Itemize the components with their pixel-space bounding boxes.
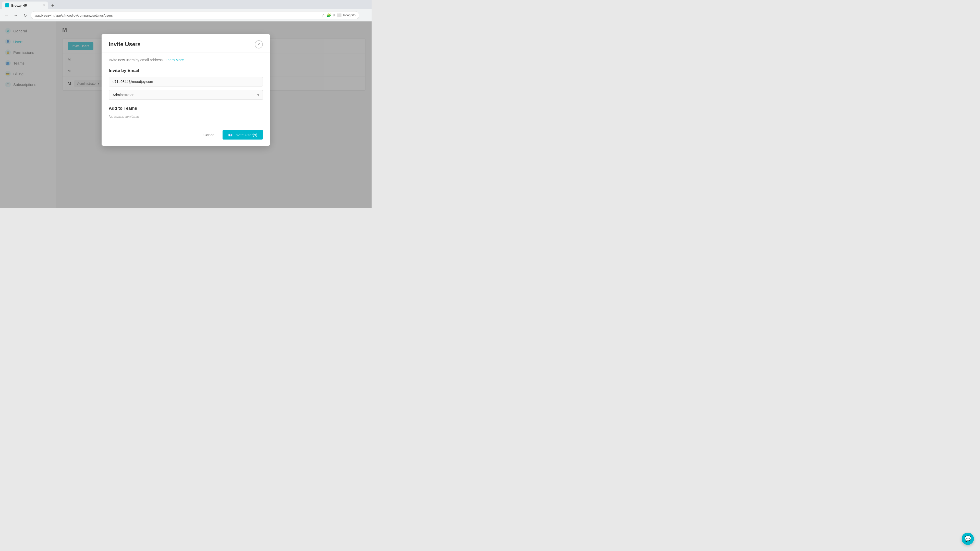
reload-button[interactable]: ↻ (21, 12, 29, 19)
modal-subtitle: Invite new users by email address. Learn… (109, 58, 263, 62)
back-button[interactable]: ← (3, 12, 10, 19)
role-select-wrapper: Administrator Recruiter Hiring Manager I… (109, 90, 263, 100)
invite-users-submit-button[interactable]: 📧 Invite User(s) (223, 130, 263, 140)
invite-btn-label: Invite User(s) (234, 133, 257, 137)
bookmark-icon[interactable]: ☆ (322, 13, 325, 17)
browser-menu-button[interactable]: ⋮ (361, 12, 369, 19)
tab-favicon (5, 3, 9, 7)
add-to-teams-section: Add to Teams No teams available (109, 106, 263, 119)
modal-footer: Cancel 📧 Invite User(s) (102, 126, 270, 146)
invite-by-email-title: Invite by Email (109, 68, 263, 73)
address-text: app.breezy.hr/app/c/moodjoy/company/sett… (35, 14, 113, 17)
tab-close-icon[interactable]: × (43, 3, 45, 7)
role-select[interactable]: Administrator Recruiter Hiring Manager I… (109, 90, 263, 100)
email-input[interactable] (109, 77, 263, 86)
modal-title: Invite Users (109, 41, 141, 48)
address-bar-row: ← → ↻ app.breezy.hr/app/c/moodjoy/compan… (0, 9, 372, 21)
modal-overlay: Invite Users × Invite new users by email… (0, 21, 372, 208)
address-bar[interactable]: app.breezy.hr/app/c/moodjoy/company/sett… (30, 11, 360, 19)
forward-button[interactable]: → (12, 12, 19, 19)
learn-more-link[interactable]: Learn More (165, 58, 184, 62)
invite-users-modal: Invite Users × Invite new users by email… (102, 34, 270, 146)
new-tab-button[interactable]: + (49, 2, 56, 9)
incognito-label: Incognito (343, 14, 355, 17)
layout-icon[interactable]: ⬜ (337, 13, 342, 17)
invite-btn-icon: 📧 (228, 133, 232, 137)
close-icon: × (258, 42, 260, 47)
app-background: ⚙ General 👤 Users 🔒 Permissions 👥 Teams … (0, 21, 372, 208)
modal-header: Invite Users × (102, 34, 270, 53)
modal-body: Invite new users by email address. Learn… (102, 53, 270, 126)
extensions-icon[interactable]: 🧩 (327, 13, 331, 17)
tab-title: Breezy HR (11, 3, 27, 7)
modal-close-button[interactable]: × (255, 40, 263, 48)
no-teams-text: No teams available (109, 114, 263, 119)
download-icon[interactable]: ⬇ (332, 13, 336, 17)
add-to-teams-title: Add to Teams (109, 106, 263, 111)
browser-tab[interactable]: Breezy HR × (2, 2, 48, 9)
cancel-button[interactable]: Cancel (199, 130, 220, 139)
